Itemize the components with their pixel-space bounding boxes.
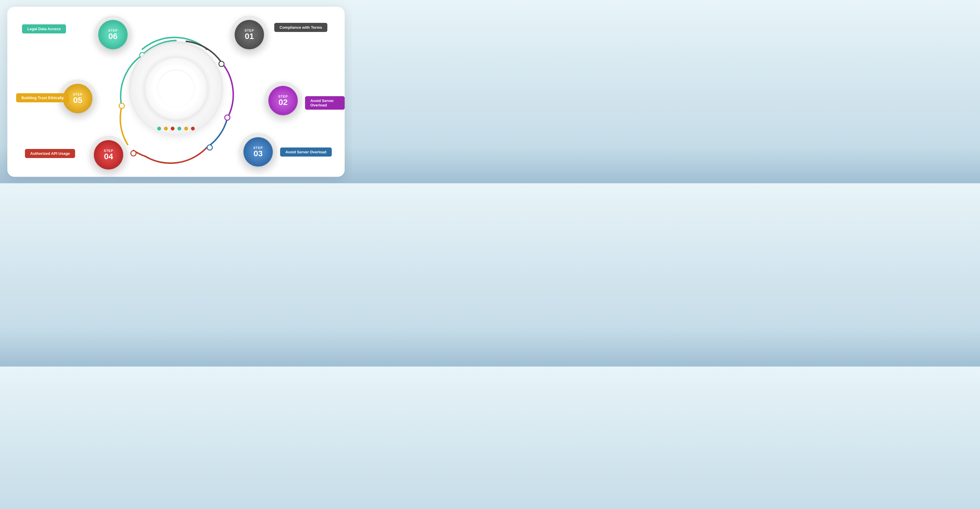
dot-4 bbox=[177, 127, 181, 130]
step01-circle: STEP 01 bbox=[235, 20, 264, 49]
dot-5 bbox=[184, 127, 188, 130]
step04-badge: Authorized API Usage bbox=[25, 149, 75, 158]
step02-circle: STEP 02 bbox=[268, 86, 298, 115]
step04-number: 04 bbox=[104, 152, 113, 161]
dot-6 bbox=[191, 127, 195, 130]
dot-2 bbox=[164, 127, 168, 130]
svg-point-4 bbox=[131, 151, 136, 156]
step01-outer: STEP 01 bbox=[230, 16, 268, 54]
step02-outer: STEP 02 bbox=[264, 81, 302, 120]
step05-number: 05 bbox=[73, 96, 82, 105]
step04-circle: STEP 04 bbox=[94, 140, 123, 170]
step06-circle: STEP 06 bbox=[98, 20, 127, 49]
inner-ring bbox=[157, 69, 195, 107]
step06-number: 06 bbox=[108, 32, 117, 40]
step06-outer: STEP 06 bbox=[94, 16, 132, 54]
step03-number: 03 bbox=[253, 149, 262, 158]
svg-point-5 bbox=[119, 103, 124, 108]
dot-3 bbox=[171, 127, 175, 130]
step06-badge: Legal Data Access bbox=[22, 24, 66, 33]
step03-circle: STEP 03 bbox=[243, 137, 273, 166]
rings-container bbox=[129, 41, 223, 135]
step03-badge: Avoid Server Overload bbox=[280, 147, 332, 157]
step01-badge: Compliance with Terms bbox=[274, 23, 327, 32]
middle-ring bbox=[145, 57, 208, 120]
step04-outer: STEP 04 bbox=[89, 136, 127, 174]
step05-badge: Building Trust Ethically bbox=[16, 93, 69, 102]
svg-point-2 bbox=[225, 115, 230, 120]
step02-number: 02 bbox=[278, 98, 288, 106]
main-card: STEP 01 Compliance with Terms STEP 02 Av… bbox=[7, 7, 345, 177]
svg-point-3 bbox=[207, 145, 212, 150]
dots-indicator bbox=[157, 127, 195, 130]
step03-outer: STEP 03 bbox=[239, 133, 277, 171]
outer-ring bbox=[129, 41, 223, 135]
step02-badge: Avoid Server Overload bbox=[305, 96, 345, 109]
step01-number: 01 bbox=[245, 32, 254, 40]
dot-1 bbox=[157, 127, 161, 130]
